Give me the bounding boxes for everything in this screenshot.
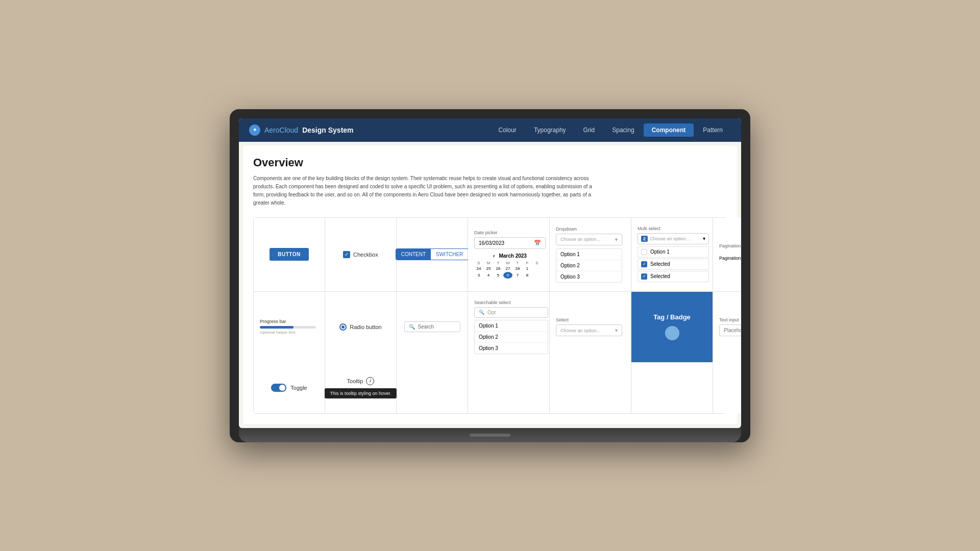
tag-badge-component: Tag / Badge	[631, 292, 713, 362]
nav-link-component[interactable]: Component	[644, 123, 694, 137]
nav-link-pattern[interactable]: Pattern	[695, 123, 731, 137]
tag-badge-circle	[665, 326, 679, 340]
toggle-switcher-option[interactable]: SWITCHER	[431, 249, 468, 260]
select-arrow-icon: ▾	[615, 328, 618, 333]
toggle-component: Toggle	[271, 384, 307, 392]
nav-logo: ✦ AeroCloud Design System	[249, 124, 491, 136]
progress-component: Progress bar Optional helper text	[260, 319, 316, 335]
pagination-label: Pagination	[719, 243, 741, 248]
laptop-screen: ✦ AeroCloud Design System Colour Typogra…	[239, 118, 741, 428]
tooltip-trigger[interactable]: Tooltip i	[347, 377, 375, 385]
select-input[interactable]: Choose an option... ▾	[556, 324, 622, 336]
ss-option-1[interactable]: Option 1	[475, 320, 548, 332]
search-placeholder: Search	[418, 324, 434, 330]
checkbox-checked-icon: ✓	[343, 251, 350, 258]
button-cell: BUTTON	[254, 218, 325, 292]
toggle-content-option[interactable]: CONTENT	[396, 249, 431, 260]
pagination-per-page-label: Pagination	[719, 256, 741, 261]
progress-track	[260, 326, 316, 329]
calendar-days-header: S M T W T F S	[474, 261, 546, 265]
dropdown-option-3[interactable]: Option 3	[556, 271, 622, 282]
laptop-frame: ✦ AeroCloud Design System Colour Typogra…	[230, 109, 750, 442]
pagination-controls: Pagination 100 50 25 1 - 100 <	[719, 251, 741, 266]
datepicker-input[interactable]: 16/03/2023 📅	[474, 237, 546, 249]
search-cell: 🔍 Search	[397, 292, 468, 362]
ss-option-3[interactable]: Option 3	[475, 343, 548, 354]
select-component: Select Choose an option... ▾	[556, 317, 622, 336]
laptop-base	[239, 428, 741, 442]
toggle-switcher-cell: CONTENT SWITCHER	[397, 218, 468, 292]
datepicker-calendar: ‹ March 2023 S M T W T F S	[474, 253, 546, 279]
nav-link-spacing[interactable]: Spacing	[604, 123, 642, 137]
empty-cell-2	[468, 362, 550, 413]
month-label: March 2023	[499, 253, 526, 259]
toggle-group-component: CONTENT SWITCHER	[396, 248, 469, 260]
empty-cell-3	[550, 362, 631, 413]
calendar-week1: 24 25 26 27 28 1	[474, 265, 546, 272]
tooltip-cell: Tooltip i This is tooltip styling on hov…	[325, 362, 397, 413]
nav-bar: ✦ AeroCloud Design System Colour Typogra…	[239, 118, 741, 142]
prev-month-icon[interactable]: ‹	[493, 253, 495, 259]
radio-circle	[339, 323, 347, 331]
progress-cell: Progress bar Optional helper text	[254, 292, 325, 362]
nav-links: Colour Typography Grid Spacing Component…	[491, 123, 731, 137]
searchable-select-options: Option 1 Option 2 Option 3	[474, 320, 548, 354]
logo-system: Design System	[302, 126, 353, 134]
select-placeholder: Choose an option...	[560, 328, 600, 333]
button-component[interactable]: BUTTON	[270, 248, 308, 261]
searchable-select-placeholder: Opt	[487, 310, 496, 315]
dropdown-placeholder: Choose an option...	[560, 237, 600, 242]
progress-label: Progress bar	[260, 319, 316, 324]
searchable-select-component: Searchable select 🔍 Opt Option 1 Option …	[474, 300, 548, 354]
search-select-icon: 🔍	[479, 310, 484, 315]
calendar-icon: 📅	[534, 240, 541, 246]
multiselect-option-2[interactable]: ✓ Selected	[638, 259, 709, 270]
search-icon: 🔍	[409, 324, 415, 330]
nav-link-colour[interactable]: Colour	[491, 123, 525, 137]
tooltip-label: Tooltip	[347, 378, 363, 384]
radio-dot	[341, 325, 345, 329]
ss-option-2[interactable]: Option 2	[475, 332, 548, 343]
toggle-thumb	[279, 385, 285, 391]
nav-link-typography[interactable]: Typography	[526, 123, 574, 137]
radio-component[interactable]: Radio button	[339, 323, 381, 331]
dropdown-select[interactable]: Choose an option... ▾	[556, 234, 622, 245]
search-component[interactable]: 🔍 Search	[404, 321, 460, 332]
progress-helper: Optional helper text	[260, 330, 316, 335]
dropdown-cell: Dropdown Choose an option... ▾ Option 1 …	[550, 218, 631, 292]
logo-icon: ✦	[249, 124, 260, 136]
multiselect-option-3[interactable]: ✓ Selected	[638, 271, 709, 282]
main-content: Overview Components are one of the key b…	[243, 146, 737, 424]
pagination-cell: Pagination Pagination 100 50 25 1 - 100 …	[713, 218, 741, 292]
ms-checkbox-3: ✓	[641, 273, 647, 280]
searchable-select-label: Searchable select	[474, 300, 548, 305]
searchable-select-input[interactable]: 🔍 Opt	[474, 307, 548, 318]
ms-option-label-2: Selected	[650, 261, 670, 267]
tag-badge-cell: Tag / Badge	[631, 292, 713, 362]
toggle-label: Toggle	[290, 385, 307, 391]
multiselect-badge: 2	[641, 236, 648, 242]
text-input-field[interactable]	[719, 324, 741, 336]
component-grid: BUTTON ✓ Checkbox CONTENT SWITCHER	[253, 217, 727, 414]
dropdown-options: Option 1 Option 2 Option 3	[556, 248, 622, 283]
ms-option-label-3: Selected	[650, 273, 670, 279]
dropdown-option-1[interactable]: Option 1	[556, 249, 622, 260]
multiselect-cell: Multi select 2 Choose an option... ▾ Opt…	[631, 218, 713, 292]
overview-description: Components are one of the key building b…	[253, 174, 600, 207]
checkbox-component[interactable]: ✓ Checkbox	[343, 251, 378, 258]
text-input-cell: Text input	[713, 292, 741, 362]
calendar-week2: 3 4 5 6 7 8	[474, 272, 546, 279]
radio-label: Radio button	[350, 324, 381, 330]
multiselect-input[interactable]: 2 Choose an option... ▾	[638, 233, 709, 244]
datepicker-value: 16/03/2023	[479, 240, 504, 246]
searchable-select-cell: Searchable select 🔍 Opt Option 1 Option …	[468, 292, 550, 362]
tag-badge-label: Tag / Badge	[653, 313, 691, 321]
multiselect-label: Multi select	[638, 226, 709, 231]
select-cell: Select Choose an option... ▾	[550, 292, 631, 362]
multiselect-options: Option 1 ✓ Selected ✓ Selected	[638, 246, 709, 282]
nav-link-grid[interactable]: Grid	[575, 123, 603, 137]
toggle-track[interactable]	[271, 384, 286, 392]
dropdown-option-2[interactable]: Option 2	[556, 260, 622, 271]
multiselect-option-1[interactable]: Option 1	[638, 246, 709, 258]
ms-checkbox-1	[641, 249, 647, 255]
